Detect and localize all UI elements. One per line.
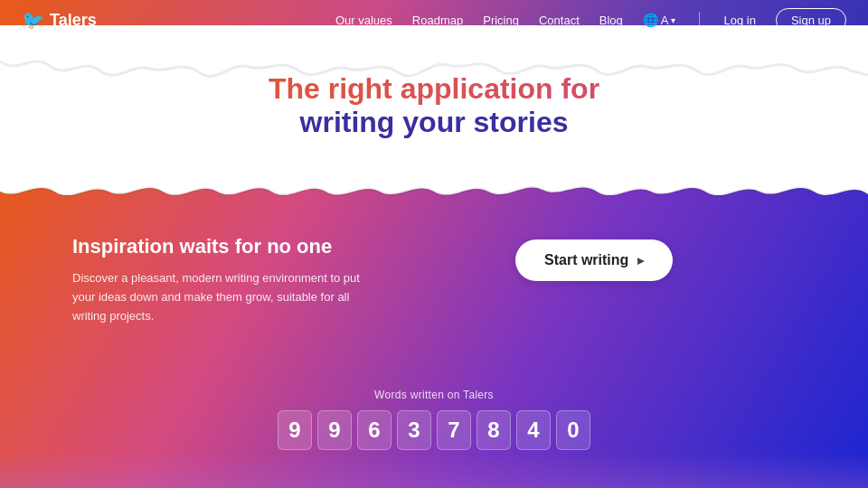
nav-roadmap[interactable]: Roadmap [412,14,463,27]
hero-title-line2: writing your stories [0,106,868,139]
nav-pricing[interactable]: Pricing [483,14,519,27]
start-writing-label: Start writing [544,252,628,268]
digit-box: 4 [516,410,551,450]
nav-links: Our values Roadmap Pricing Contact Blog … [335,8,846,33]
counter-digits: 99637840 [278,410,590,450]
signup-button[interactable]: Sign up [776,8,846,33]
digit-box: 7 [437,410,471,450]
brand-name: Talers [50,11,97,30]
arrow-right-icon: ▸ [637,253,644,267]
nav-our-values[interactable]: Our values [335,14,392,27]
counter-label: Words written on Talers [374,389,494,401]
logo-bird-icon: 🐦 [22,9,44,31]
hero-section: The right application for writing your s… [0,72,868,139]
tagline: Inspiration waits for no one [72,235,332,258]
word-counter-section: Words written on Talers 99637840 [0,389,868,450]
hero-title-line1: The right application for [0,72,868,106]
digit-box: 9 [317,410,352,450]
lang-dropdown-icon: ▾ [671,15,675,25]
logo[interactable]: 🐦 Talers [22,9,97,31]
language-switcher[interactable]: 🌐 A ▾ [643,13,676,27]
nav-contact[interactable]: Contact [539,14,580,27]
digit-box: 8 [476,410,511,450]
start-writing-button[interactable]: Start writing ▸ [515,239,673,281]
navbar: 🐦 Talers Our values Roadmap Pricing Cont… [0,0,868,40]
digit-box: 9 [278,410,312,450]
digit-box: 0 [556,410,590,450]
lang-icon: 🌐 [643,13,658,27]
digit-box: 3 [397,410,431,450]
lang-label: A [661,14,669,27]
nav-blog[interactable]: Blog [599,14,623,27]
description: Discover a pleasant, modern writing envi… [72,269,380,325]
digit-box: 6 [357,410,392,450]
nav-divider [699,12,700,28]
login-button[interactable]: Log in [723,14,755,27]
